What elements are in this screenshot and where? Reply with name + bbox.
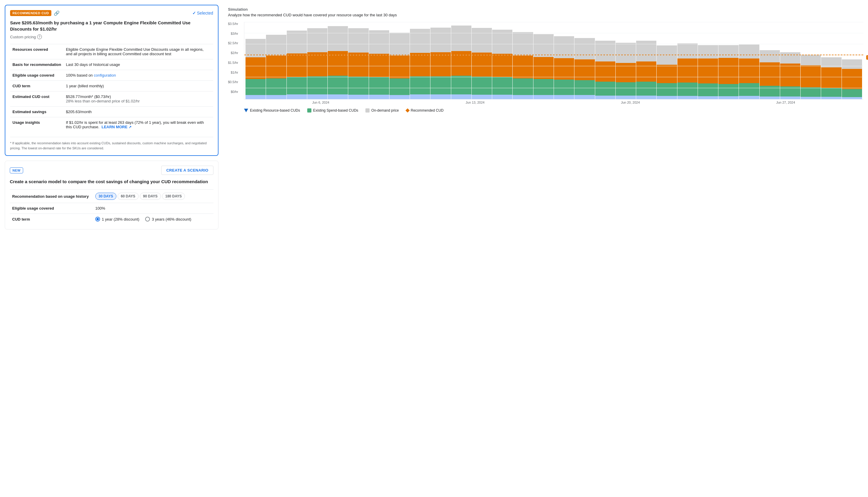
bar-group (595, 41, 616, 99)
day-tab-30[interactable]: 30 DAYS (95, 193, 116, 200)
bar-orange (616, 63, 636, 82)
configuration-link[interactable]: configuration (94, 73, 116, 77)
bar-green (431, 76, 451, 95)
bar-green (533, 79, 554, 95)
bar-group (307, 28, 328, 99)
bar-group (677, 43, 698, 99)
bar-gray (657, 45, 677, 65)
bar-green (513, 79, 533, 95)
simulation-title: Simulation (228, 7, 863, 12)
bar-blue (307, 95, 328, 99)
simulation-subtitle: Analyze how the recommended CUD would ha… (228, 13, 863, 17)
bar-blue (718, 96, 739, 99)
scenario-card: NEW CREATE A SCENARIO Create a scenario … (5, 161, 218, 229)
bar-group (389, 33, 410, 99)
bar-orange (287, 54, 307, 77)
bar-gray (451, 26, 472, 51)
chart-legend: Existing Resource-based CUDs Existing Sp… (244, 108, 863, 113)
save-title: Save $205.63/month by purchasing a 1 yea… (10, 19, 213, 32)
bar-gray (287, 31, 307, 54)
bar-group (780, 52, 800, 99)
radio-3year[interactable]: 3 years (46% discount) (145, 217, 191, 222)
link-icon[interactable]: 🔗 (54, 10, 60, 16)
row-value: If $1.02/hr is spent for at least 263 da… (63, 117, 213, 132)
bar-group (410, 29, 430, 99)
recommended-badge: RECOMMENDED CUD (10, 10, 52, 16)
bar-group (431, 28, 451, 99)
create-scenario-button[interactable]: CREATE A SCENARIO (161, 166, 214, 175)
bar-blue (328, 95, 348, 99)
row-label: Basis for recommendation (10, 59, 63, 70)
bar-blue (389, 95, 410, 99)
bar-green (451, 76, 472, 95)
bar-orange (657, 65, 677, 83)
bar-blue (410, 95, 430, 99)
day-tab-180[interactable]: 180 DAYS (162, 193, 185, 200)
bar-blue (287, 95, 307, 99)
bar-green (739, 83, 759, 96)
bar-green (842, 89, 862, 97)
bar-blue (451, 95, 472, 99)
bar-green (616, 82, 636, 96)
scenario-header: NEW CREATE A SCENARIO (10, 166, 214, 175)
bar-group (739, 44, 759, 99)
legend-diamond-icon (405, 108, 409, 113)
cud-term-radio-group: 1 year (28% discount) 3 years (46% disco… (95, 217, 211, 222)
day-tab-90[interactable]: 90 DAYS (140, 193, 161, 200)
day-tab-60[interactable]: 60 DAYS (118, 193, 139, 200)
bar-group (801, 55, 821, 99)
bar-group (554, 36, 574, 99)
bar-gray (307, 28, 328, 52)
bar-orange (821, 67, 841, 88)
bar-blue (575, 95, 595, 99)
bar-orange (780, 63, 800, 86)
chart-area: $1.5/hr (244, 22, 863, 99)
radio-1year[interactable]: 1 year (28% discount) (95, 217, 139, 222)
bar-gray (595, 41, 616, 61)
bar-orange (677, 58, 698, 83)
bar-blue (780, 97, 800, 99)
bar-gray (780, 52, 800, 63)
learn-more-link[interactable]: LEARN MORE ↗ (102, 125, 131, 129)
radio-circle-1year (95, 217, 100, 222)
bar-group (266, 35, 286, 99)
bar-gray (554, 36, 574, 58)
table-row: CUD term 1 year (billed monthly) (10, 81, 213, 91)
legend-resource-cud: Existing Resource-based CUDs (244, 108, 300, 113)
x-axis: Jun 6, 2024 Jun 13, 2024 Jun 20, 2024 Ju… (244, 101, 863, 104)
bar-gray (266, 35, 286, 56)
bar-orange (266, 56, 286, 79)
y-label: $3.5/hr (228, 22, 238, 26)
bar-green (760, 86, 780, 97)
bar-gray (842, 59, 862, 69)
bar-blue (801, 97, 821, 99)
bar-group (616, 43, 636, 99)
y-label: $1/hr (231, 71, 238, 74)
bar-orange (246, 57, 266, 79)
x-label: Jun 27, 2024 (776, 101, 795, 104)
bar-gray (348, 28, 368, 53)
bar-green (287, 77, 307, 95)
bar-orange (718, 58, 739, 84)
y-label: $2.5/hr (228, 41, 238, 45)
bar-blue (739, 96, 759, 99)
x-label: Jun 6, 2024 (312, 101, 330, 104)
scenario-row-label: Recommendation based on usage history (10, 190, 93, 203)
scenario-title: Create a scenario model to compare the c… (10, 179, 214, 185)
bar-blue (657, 96, 677, 99)
bar-blue (616, 96, 636, 99)
bar-gray (431, 28, 451, 52)
bar-blue (492, 95, 512, 99)
bar-orange (328, 51, 348, 76)
bar-gray (616, 43, 636, 63)
bar-green (554, 80, 574, 95)
bar-green (369, 77, 389, 95)
bar-orange (410, 53, 430, 76)
row-value: Eligible Compute Engine Flexible Committ… (63, 44, 213, 59)
checkmark-icon: ✓ (192, 11, 196, 15)
x-label: Jun 13, 2024 (466, 101, 485, 104)
bar-group (328, 26, 348, 99)
help-icon[interactable]: ? (37, 34, 42, 39)
y-label: $2/hr (231, 51, 238, 55)
bar-gray (739, 44, 759, 58)
